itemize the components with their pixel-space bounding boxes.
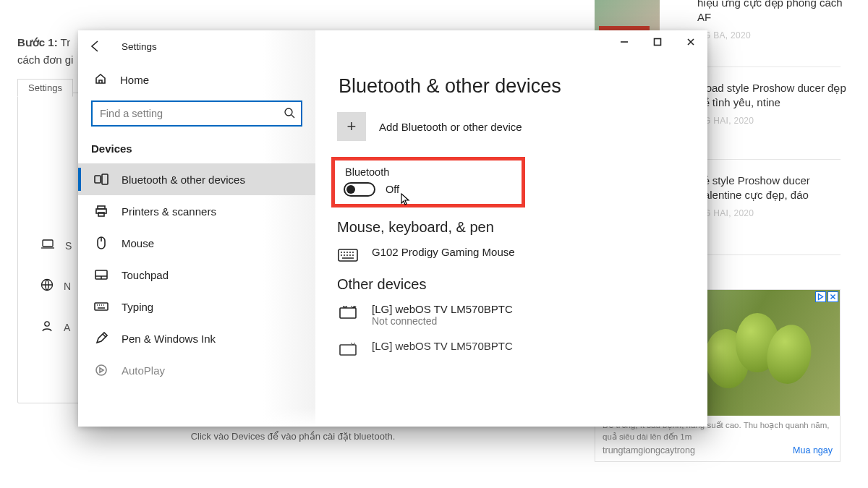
- settings-window: Settings Home Devices Bluetooth & other …: [78, 30, 707, 427]
- device-other-2[interactable]: [LG] webOS TV LM570BPTC: [337, 340, 694, 357]
- device-other-1[interactable]: [LG] webOS TV LM570BPTC Not connected: [337, 303, 694, 327]
- home-button[interactable]: Home: [78, 62, 315, 96]
- search-icon: [284, 107, 295, 121]
- nav-touchpad[interactable]: Touchpad: [78, 259, 315, 291]
- bluetooth-state: Off: [386, 184, 399, 195]
- plus-icon: +: [337, 112, 366, 141]
- article-caption: Click vào Devices để vào phần cài đặt bl…: [0, 431, 586, 442]
- maximize-button[interactable]: [641, 30, 674, 53]
- autoplay-icon: [94, 363, 109, 377]
- svg-rect-0: [43, 240, 53, 247]
- background-left-icons: S N A: [41, 239, 72, 335]
- nav-autoplay[interactable]: AutoPlay: [78, 354, 315, 386]
- keyboard-device-icon: [337, 247, 359, 263]
- minimize-button[interactable]: [608, 30, 641, 53]
- svg-point-2: [45, 322, 49, 326]
- pen-icon: [94, 331, 109, 346]
- nav-typing[interactable]: Typing: [78, 291, 315, 322]
- settings-sidebar: Settings Home Devices Bluetooth & other …: [78, 30, 315, 427]
- search-box[interactable]: [91, 100, 302, 127]
- search-input[interactable]: [100, 108, 284, 119]
- bluetooth-devices-icon: [94, 172, 109, 187]
- nav-bluetooth[interactable]: Bluetooth & other devices: [78, 163, 315, 195]
- person-icon: [41, 320, 54, 335]
- sidebar-article-1[interactable]: hiệu ứng cực đẹp phong cách AF NG BA, 20…: [697, 0, 855, 41]
- svg-rect-15: [340, 308, 356, 318]
- bluetooth-highlight: Bluetooth Off: [331, 157, 525, 207]
- subhead-other: Other devices: [337, 276, 694, 293]
- keyboard-icon: [94, 299, 109, 314]
- subhead-mouse: Mouse, keyboard, & pen: [337, 219, 694, 236]
- bluetooth-toggle[interactable]: [344, 182, 375, 197]
- nav-mouse[interactable]: Mouse: [78, 227, 315, 259]
- cursor-icon: [400, 192, 412, 207]
- sidebar-section-title: Devices: [78, 140, 315, 163]
- background-tab: Settings: [17, 79, 73, 97]
- globe-icon: [41, 278, 54, 294]
- svg-rect-5: [102, 174, 108, 184]
- ad-site: trungtamgiongcaytrong: [603, 445, 695, 455]
- home-icon: [94, 72, 107, 87]
- tv-icon: [337, 341, 359, 357]
- sidebar-nav: Bluetooth & other devices Printers & sca…: [78, 163, 315, 386]
- sidebar-article-3[interactable]: sẻ style Proshow ducer Valentine cực đẹp…: [697, 174, 855, 219]
- page-title: Bluetooth & other devices: [339, 75, 694, 98]
- adchoices-icon[interactable]: [815, 291, 838, 302]
- device-mouse[interactable]: G102 Prodigy Gaming Mouse: [337, 246, 694, 263]
- window-title: Settings: [122, 41, 157, 52]
- back-button[interactable]: [85, 36, 106, 56]
- tv-icon: [337, 304, 359, 320]
- settings-main: Bluetooth & other devices + Add Bluetoot…: [315, 30, 707, 427]
- svg-point-12: [96, 365, 106, 375]
- svg-rect-16: [340, 345, 356, 355]
- printer-icon: [94, 204, 109, 218]
- svg-rect-13: [655, 39, 661, 46]
- ad-cta[interactable]: Mua ngay: [793, 445, 833, 455]
- svg-rect-8: [98, 213, 104, 216]
- svg-rect-11: [95, 303, 108, 310]
- nav-pen[interactable]: Pen & Windows Ink: [78, 322, 315, 354]
- svg-point-3: [285, 108, 292, 116]
- close-button[interactable]: [674, 30, 707, 53]
- mouse-icon: [94, 236, 109, 250]
- laptop-icon: [41, 239, 55, 252]
- add-device-button[interactable]: + Add Bluetooth or other device: [337, 112, 694, 141]
- bluetooth-label: Bluetooth: [345, 166, 511, 178]
- touchpad-icon: [94, 267, 109, 282]
- svg-rect-4: [95, 176, 101, 183]
- nav-printers[interactable]: Printers & scanners: [78, 195, 315, 227]
- sidebar-article-2[interactable]: nload style Proshow ducer đẹp về tình yê…: [697, 81, 855, 127]
